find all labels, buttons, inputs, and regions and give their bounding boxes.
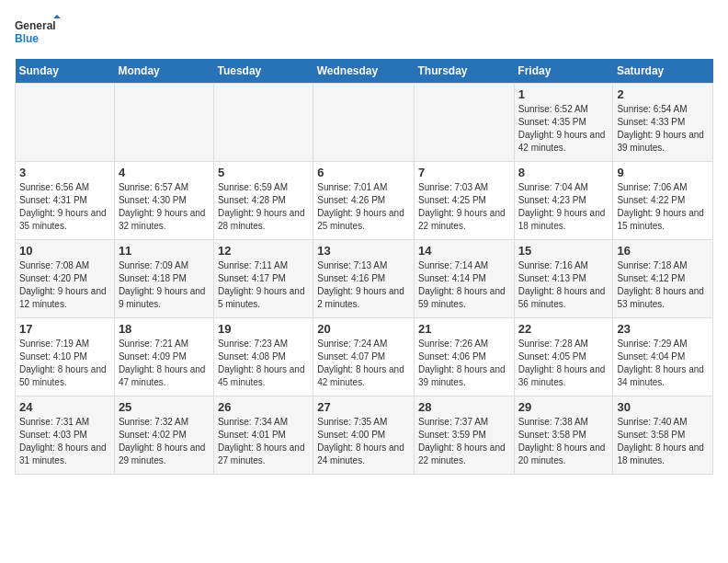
- day-info: Sunrise: 7:04 AM Sunset: 4:23 PM Dayligh…: [518, 181, 609, 233]
- calendar-cell: 7Sunrise: 7:03 AM Sunset: 4:25 PM Daylig…: [415, 162, 515, 240]
- svg-text:General: General: [15, 19, 56, 32]
- day-info: Sunrise: 7:21 AM Sunset: 4:09 PM Dayligh…: [119, 338, 210, 389]
- header-friday: Friday: [514, 59, 613, 84]
- calendar-cell: 24Sunrise: 7:31 AM Sunset: 4:03 PM Dayli…: [16, 396, 115, 475]
- calendar-cell: 12Sunrise: 7:11 AM Sunset: 4:17 PM Dayli…: [213, 240, 313, 318]
- calendar-cell: [213, 84, 313, 162]
- day-number: 29: [518, 400, 609, 414]
- day-number: 5: [218, 166, 309, 179]
- calendar-cell: [313, 84, 415, 162]
- day-number: 14: [418, 244, 510, 258]
- day-info: Sunrise: 7:06 AM Sunset: 4:22 PM Dayligh…: [617, 181, 709, 233]
- calendar-cell: 10Sunrise: 7:08 AM Sunset: 4:20 PM Dayli…: [16, 240, 115, 318]
- svg-marker-2: [53, 15, 61, 18]
- calendar-cell: 15Sunrise: 7:16 AM Sunset: 4:13 PM Dayli…: [514, 240, 613, 318]
- day-number: 23: [617, 322, 709, 336]
- day-number: 20: [317, 322, 410, 336]
- calendar-cell: 27Sunrise: 7:35 AM Sunset: 4:00 PM Dayli…: [313, 396, 415, 475]
- page-header: General Blue: [15, 15, 713, 52]
- day-number: 9: [617, 166, 709, 179]
- header-sunday: Sunday: [16, 59, 115, 84]
- day-info: Sunrise: 7:28 AM Sunset: 4:05 PM Dayligh…: [518, 338, 609, 389]
- day-info: Sunrise: 7:35 AM Sunset: 4:00 PM Dayligh…: [317, 416, 410, 467]
- calendar-cell: 6Sunrise: 7:01 AM Sunset: 4:26 PM Daylig…: [313, 162, 415, 240]
- calendar-week-3: 17Sunrise: 7:19 AM Sunset: 4:10 PM Dayli…: [16, 318, 713, 396]
- calendar-cell: 29Sunrise: 7:38 AM Sunset: 3:58 PM Dayli…: [514, 396, 613, 475]
- day-number: 7: [418, 166, 510, 179]
- day-info: Sunrise: 7:23 AM Sunset: 4:08 PM Dayligh…: [218, 338, 309, 389]
- day-number: 3: [19, 166, 110, 179]
- day-info: Sunrise: 7:38 AM Sunset: 3:58 PM Dayligh…: [518, 416, 609, 467]
- day-number: 6: [317, 166, 410, 179]
- calendar-cell: 13Sunrise: 7:13 AM Sunset: 4:16 PM Dayli…: [313, 240, 415, 318]
- day-info: Sunrise: 7:37 AM Sunset: 3:59 PM Dayligh…: [418, 416, 510, 467]
- calendar-week-1: 3Sunrise: 6:56 AM Sunset: 4:31 PM Daylig…: [16, 162, 713, 240]
- calendar-cell: 25Sunrise: 7:32 AM Sunset: 4:02 PM Dayli…: [114, 396, 213, 475]
- header-thursday: Thursday: [415, 59, 515, 84]
- calendar-week-4: 24Sunrise: 7:31 AM Sunset: 4:03 PM Dayli…: [16, 396, 713, 475]
- header-wednesday: Wednesday: [313, 59, 415, 84]
- day-number: 1: [518, 87, 609, 101]
- day-info: Sunrise: 7:26 AM Sunset: 4:06 PM Dayligh…: [418, 338, 510, 389]
- svg-text:Blue: Blue: [15, 32, 39, 45]
- calendar-cell: 26Sunrise: 7:34 AM Sunset: 4:01 PM Dayli…: [213, 396, 313, 475]
- day-number: 17: [19, 322, 110, 336]
- day-info: Sunrise: 7:34 AM Sunset: 4:01 PM Dayligh…: [218, 416, 309, 467]
- header-saturday: Saturday: [613, 59, 713, 84]
- calendar-cell: [16, 84, 115, 162]
- calendar-cell: 22Sunrise: 7:28 AM Sunset: 4:05 PM Dayli…: [514, 318, 613, 396]
- calendar-body: 1Sunrise: 6:52 AM Sunset: 4:35 PM Daylig…: [16, 84, 713, 475]
- calendar-cell: 8Sunrise: 7:04 AM Sunset: 4:23 PM Daylig…: [514, 162, 613, 240]
- logo: General Blue: [15, 15, 61, 52]
- header-row: SundayMondayTuesdayWednesdayThursdayFrid…: [16, 59, 713, 84]
- day-number: 24: [19, 400, 110, 414]
- calendar-cell: 9Sunrise: 7:06 AM Sunset: 4:22 PM Daylig…: [613, 162, 713, 240]
- calendar-cell: 16Sunrise: 7:18 AM Sunset: 4:12 PM Dayli…: [613, 240, 713, 318]
- calendar-cell: 2Sunrise: 6:54 AM Sunset: 4:33 PM Daylig…: [613, 84, 713, 162]
- day-info: Sunrise: 7:18 AM Sunset: 4:12 PM Dayligh…: [617, 259, 709, 311]
- calendar-cell: 30Sunrise: 7:40 AM Sunset: 3:58 PM Dayli…: [613, 396, 713, 475]
- day-info: Sunrise: 7:13 AM Sunset: 4:16 PM Dayligh…: [317, 259, 410, 311]
- calendar-cell: [415, 84, 515, 162]
- day-info: Sunrise: 7:24 AM Sunset: 4:07 PM Dayligh…: [317, 338, 410, 389]
- day-number: 4: [119, 166, 210, 179]
- day-number: 16: [617, 244, 709, 258]
- calendar-cell: 20Sunrise: 7:24 AM Sunset: 4:07 PM Dayli…: [313, 318, 415, 396]
- calendar-cell: 14Sunrise: 7:14 AM Sunset: 4:14 PM Dayli…: [415, 240, 515, 318]
- day-info: Sunrise: 6:59 AM Sunset: 4:28 PM Dayligh…: [218, 181, 309, 233]
- calendar-cell: 19Sunrise: 7:23 AM Sunset: 4:08 PM Dayli…: [213, 318, 313, 396]
- day-info: Sunrise: 6:57 AM Sunset: 4:30 PM Dayligh…: [119, 181, 210, 233]
- day-info: Sunrise: 7:29 AM Sunset: 4:04 PM Dayligh…: [617, 338, 709, 389]
- calendar-week-0: 1Sunrise: 6:52 AM Sunset: 4:35 PM Daylig…: [16, 84, 713, 162]
- day-info: Sunrise: 7:19 AM Sunset: 4:10 PM Dayligh…: [19, 338, 110, 389]
- calendar-cell: 5Sunrise: 6:59 AM Sunset: 4:28 PM Daylig…: [213, 162, 313, 240]
- day-info: Sunrise: 7:08 AM Sunset: 4:20 PM Dayligh…: [19, 259, 110, 311]
- day-number: 10: [19, 244, 110, 258]
- header-tuesday: Tuesday: [213, 59, 313, 84]
- day-number: 11: [119, 244, 210, 258]
- day-info: Sunrise: 7:11 AM Sunset: 4:17 PM Dayligh…: [218, 259, 309, 311]
- calendar-table: SundayMondayTuesdayWednesdayThursdayFrid…: [15, 59, 713, 475]
- calendar-cell: [114, 84, 213, 162]
- day-number: 26: [218, 400, 309, 414]
- calendar-header: SundayMondayTuesdayWednesdayThursdayFrid…: [16, 59, 713, 84]
- day-info: Sunrise: 7:16 AM Sunset: 4:13 PM Dayligh…: [518, 259, 609, 311]
- day-number: 8: [518, 166, 609, 179]
- day-number: 12: [218, 244, 309, 258]
- day-info: Sunrise: 7:01 AM Sunset: 4:26 PM Dayligh…: [317, 181, 410, 233]
- calendar-cell: 23Sunrise: 7:29 AM Sunset: 4:04 PM Dayli…: [613, 318, 713, 396]
- day-number: 30: [617, 400, 709, 414]
- day-number: 13: [317, 244, 410, 258]
- day-number: 25: [119, 400, 210, 414]
- day-number: 15: [518, 244, 609, 258]
- day-info: Sunrise: 6:56 AM Sunset: 4:31 PM Dayligh…: [19, 181, 110, 233]
- day-info: Sunrise: 7:31 AM Sunset: 4:03 PM Dayligh…: [19, 416, 110, 467]
- day-info: Sunrise: 7:09 AM Sunset: 4:18 PM Dayligh…: [119, 259, 210, 311]
- day-number: 2: [617, 87, 709, 101]
- day-number: 28: [418, 400, 510, 414]
- calendar-cell: 3Sunrise: 6:56 AM Sunset: 4:31 PM Daylig…: [16, 162, 115, 240]
- day-info: Sunrise: 6:52 AM Sunset: 4:35 PM Dayligh…: [518, 103, 609, 155]
- calendar-week-2: 10Sunrise: 7:08 AM Sunset: 4:20 PM Dayli…: [16, 240, 713, 318]
- day-number: 18: [119, 322, 210, 336]
- day-number: 22: [518, 322, 609, 336]
